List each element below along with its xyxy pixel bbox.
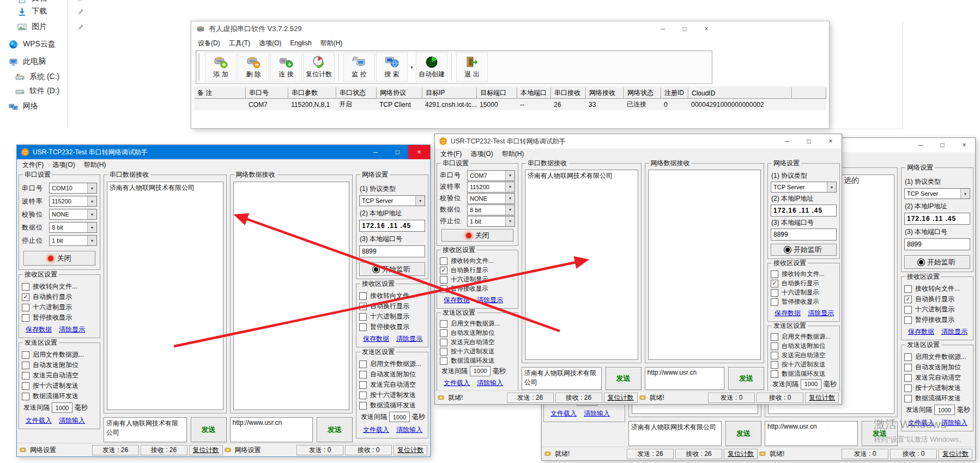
- menu-file[interactable]: 文件(F): [18, 160, 48, 170]
- checkbox-clear-after-send[interactable]: 发送完自动清空: [904, 372, 970, 383]
- checkbox-hex-send[interactable]: 按十六进制发送: [904, 383, 970, 393]
- checkbox-hex-send[interactable]: 按十六进制发送: [22, 381, 97, 391]
- checkbox-recv-to-file[interactable]: 接收转向文件...: [440, 256, 515, 266]
- load-file-link[interactable]: 文件载入: [363, 425, 389, 435]
- table-row[interactable]: COM7 115200,N,8,1 开启 TCP Client 4291.cns…: [194, 99, 826, 110]
- toolbar-exit-button[interactable]: 退 出: [456, 52, 488, 82]
- checkbox-clear-after-send[interactable]: 发送完自动清空: [771, 351, 837, 360]
- save-data-link[interactable]: 保存数据: [775, 309, 801, 318]
- checkbox-auto-append[interactable]: 自动发送附加位: [359, 369, 425, 380]
- serial-send-input[interactable]: 济南有人物联网技术有限公司: [628, 421, 722, 446]
- checkbox-auto-newline[interactable]: ✓自动换行显示: [440, 266, 515, 275]
- checkbox-pause-display[interactable]: 暂停接收显示: [22, 312, 97, 323]
- reset-count-button[interactable]: 复位计数: [189, 445, 223, 455]
- serial-send-button[interactable]: 发送: [725, 421, 761, 446]
- toolbar-handle[interactable]: [198, 53, 202, 81]
- sidebar-item-downloads[interactable]: 下载: [17, 4, 87, 19]
- sidebar-item-drive-d[interactable]: 软件 (D:): [15, 84, 85, 98]
- vsp-titlebar[interactable]: 有人虚拟串口软件 V3.7.2.529 ─ □ ×: [191, 21, 829, 37]
- clear-input-link[interactable]: 清除输入: [584, 409, 610, 418]
- checkbox-pause-display[interactable]: 暂停接收显示: [771, 297, 837, 306]
- local-port-input[interactable]: 8899: [904, 238, 970, 250]
- close-button[interactable]: ×: [820, 134, 842, 148]
- menu-options[interactable]: 选项(O): [466, 149, 497, 159]
- stopbits-select[interactable]: 1 bit▼: [467, 216, 515, 227]
- col-port-state[interactable]: 串口状态: [336, 87, 377, 99]
- send-interval-input[interactable]: 1000: [470, 366, 491, 376]
- start-listen-button[interactable]: 开始监听: [771, 244, 837, 256]
- databits-select[interactable]: 8 bit▼: [467, 205, 515, 215]
- checkbox-recv-to-file[interactable]: 接收转向文件...: [359, 291, 425, 301]
- minimize-button[interactable]: ─: [776, 134, 798, 148]
- checkbox-auto-append[interactable]: 自动发送附加位: [440, 328, 515, 338]
- checkbox-hex-send[interactable]: 按十六进制发送: [771, 360, 837, 369]
- checkbox-auto-newline[interactable]: ✓自动换行显示: [22, 292, 97, 302]
- send-interval-input[interactable]: 1000: [52, 402, 72, 413]
- menu-device[interactable]: 设备(D): [193, 39, 225, 48]
- window-titlebar[interactable]: USR-TCP232-Test 串口转网络调试助手 ─□×: [17, 145, 430, 159]
- network-receive-area[interactable]: [648, 170, 761, 360]
- checkbox-hex-display[interactable]: 十六进制显示: [771, 288, 837, 297]
- checkbox-pause-display[interactable]: 暂停接收显示: [904, 315, 970, 325]
- checkbox-clear-after-send[interactable]: 发送完自动清空: [22, 370, 97, 381]
- checkbox-hex-send[interactable]: 按十六进制发送: [359, 390, 425, 400]
- checkbox-loop-send[interactable]: 数据流循环发送: [904, 393, 970, 404]
- parity-select[interactable]: NONE▼: [49, 209, 97, 220]
- toolbar-add-button[interactable]: 添 加: [205, 52, 237, 82]
- checkbox-auto-append[interactable]: 自动发送附加位: [904, 362, 970, 372]
- save-data-link[interactable]: 保存数据: [26, 325, 52, 334]
- checkbox-file-source[interactable]: 启用文件数据源...: [771, 332, 837, 341]
- checkbox-loop-send[interactable]: 数据流循环发送: [22, 391, 97, 401]
- table-header-row[interactable]: 备 注 串口号 串口参数 串口状态 网络协议 目标IP 目标端口 本地端口 串口…: [194, 87, 826, 99]
- databits-select[interactable]: 8 bit▼: [49, 222, 97, 233]
- menu-options[interactable]: 选项(O): [48, 160, 79, 170]
- start-listen-button[interactable]: 开始监听: [904, 255, 970, 269]
- checkbox-file-source[interactable]: 启用文件数据源...: [440, 319, 515, 328]
- col-protocol[interactable]: 网络协议: [377, 87, 422, 99]
- reset-count-button[interactable]: 复位计数: [724, 449, 758, 459]
- checkbox-hex-send[interactable]: 按十六进制发送: [440, 347, 515, 356]
- checkbox-pause-display[interactable]: 暂停接收显示: [359, 322, 425, 332]
- clear-input-link[interactable]: 清除输入: [941, 418, 967, 428]
- checkbox-file-source[interactable]: 启用文件数据源...: [904, 352, 970, 362]
- sidebar-item-network[interactable]: 网络: [9, 99, 78, 113]
- clear-input-link[interactable]: 清除输入: [59, 416, 85, 425]
- protocol-select[interactable]: TCP Server▼: [904, 188, 970, 199]
- checkbox-clear-after-send[interactable]: 发送完自动清空: [440, 338, 515, 347]
- close-port-button[interactable]: 关闭: [441, 229, 513, 242]
- checkbox-auto-newline[interactable]: ✓自动换行显示: [359, 301, 425, 311]
- serial-send-input[interactable]: 济南有人物联网技术有限公司: [522, 367, 602, 390]
- protocol-select[interactable]: TCP Server▼: [359, 195, 425, 206]
- save-data-link[interactable]: 保存数据: [444, 296, 470, 305]
- com-port-select[interactable]: COM7▼: [467, 170, 515, 181]
- network-send-button[interactable]: 发送: [862, 421, 898, 446]
- checkbox-loop-send[interactable]: 数据流循环发送: [771, 369, 837, 378]
- close-button[interactable]: ×: [408, 145, 430, 159]
- checkbox-hex-display[interactable]: 十六进制显示: [440, 275, 515, 284]
- checkbox-file-source[interactable]: 启用文件数据源...: [359, 359, 425, 369]
- reset-count-button[interactable]: 复位计数: [939, 449, 972, 459]
- load-file-link[interactable]: 文件载入: [26, 416, 52, 425]
- checkbox-recv-to-file[interactable]: 接收转向文件...: [904, 284, 970, 294]
- clear-input-link[interactable]: 清除输入: [396, 425, 422, 435]
- send-interval-input[interactable]: 1000: [389, 412, 410, 422]
- checkbox-loop-send[interactable]: 数据流循环发送: [440, 356, 515, 365]
- stopbits-select[interactable]: 1 bit▼: [49, 235, 97, 246]
- local-ip-input[interactable]: 172.16 .11 .45: [904, 213, 970, 225]
- serial-send-button[interactable]: 发送: [606, 367, 642, 390]
- search-dropdown-icon[interactable]: ▼: [408, 52, 415, 82]
- load-file-link[interactable]: 文件载入: [551, 409, 577, 418]
- window-titlebar[interactable]: USR-TCP232-Test 串口转网络调试助手 ─□×: [435, 134, 842, 148]
- col-cloud-id[interactable]: CloudID: [688, 87, 792, 99]
- load-file-link[interactable]: 文件载入: [908, 418, 934, 428]
- start-listen-button[interactable]: 开始监听: [359, 262, 425, 276]
- checkbox-hex-display[interactable]: 十六进制显示: [22, 302, 97, 312]
- col-remark[interactable]: 备 注: [194, 87, 246, 99]
- close-port-button[interactable]: 关闭: [23, 251, 95, 266]
- menu-file[interactable]: 文件(F): [436, 149, 466, 159]
- parity-select[interactable]: NONE▼: [467, 193, 515, 204]
- local-ip-input[interactable]: 172.16 .11 .45: [771, 205, 837, 217]
- toolbar-reset-count-button[interactable]: 复位计数: [303, 52, 335, 82]
- save-data-link[interactable]: 保存数据: [908, 327, 934, 336]
- clear-input-link[interactable]: 清除输入: [477, 378, 503, 388]
